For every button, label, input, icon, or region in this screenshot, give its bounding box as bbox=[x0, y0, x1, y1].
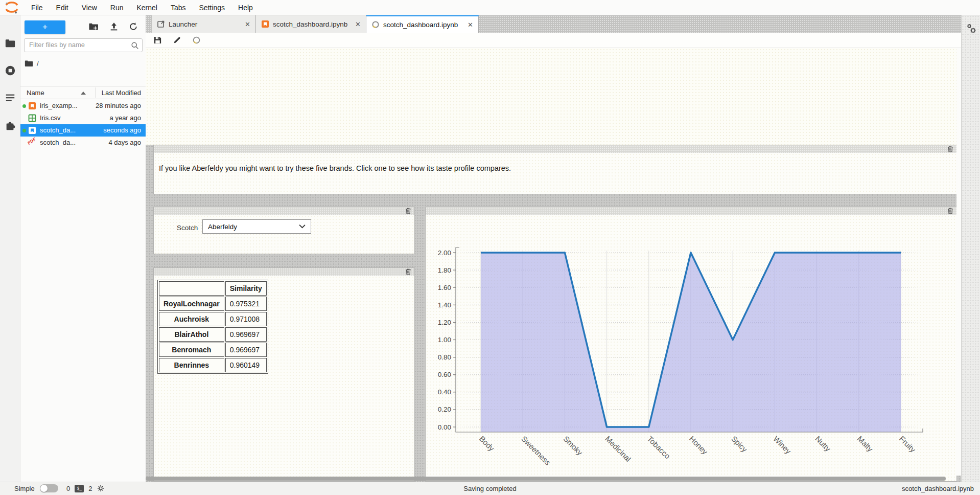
main-dock-panel: Launcher ✕ scotch_dashboard.ipynb ✕ scot… bbox=[146, 15, 961, 482]
filter-files-input[interactable] bbox=[25, 39, 127, 51]
cell-drag-header[interactable] bbox=[154, 145, 956, 153]
file-name: scotch_da... bbox=[40, 139, 76, 146]
table-cell-body: SimilarityRoyalLochnagar0.975321Auchrois… bbox=[154, 276, 414, 481]
similarity-table-cell: SimilarityRoyalLochnagar0.975321Auchrois… bbox=[153, 267, 415, 482]
delete-cell-button[interactable] bbox=[946, 145, 954, 153]
right-activity-bar bbox=[961, 15, 980, 482]
cell-drag-header[interactable] bbox=[426, 207, 956, 215]
menu-tabs[interactable]: Tabs bbox=[164, 0, 193, 15]
dropdown-cell: Scotch Aberfeldy bbox=[153, 207, 415, 254]
delete-cell-button[interactable] bbox=[404, 207, 412, 215]
tab-launcher[interactable]: Launcher ✕ bbox=[152, 15, 256, 33]
refresh-button[interactable] bbox=[128, 22, 139, 32]
breadcrumb-root: / bbox=[37, 60, 39, 68]
svg-text:0.20: 0.20 bbox=[438, 406, 451, 413]
delete-cell-button[interactable] bbox=[404, 268, 412, 276]
filter-files-box bbox=[24, 38, 143, 52]
brand-name-cell[interactable]: RoyalLochnagar bbox=[159, 297, 224, 311]
column-divider bbox=[96, 87, 96, 98]
brand-name-cell[interactable]: Auchroisk bbox=[159, 312, 224, 326]
menu-bar: File Edit View Run Kernel Tabs Settings … bbox=[0, 0, 980, 15]
svg-text:1.80: 1.80 bbox=[438, 266, 451, 274]
cell-drag-header[interactable] bbox=[154, 268, 414, 276]
delete-cell-button[interactable] bbox=[946, 207, 954, 215]
brand-name-cell[interactable]: Benrinnes bbox=[159, 358, 224, 372]
table-row[interactable]: Benromach0.969697 bbox=[159, 343, 267, 357]
area-fill bbox=[481, 253, 901, 432]
tab-notebook-2-active[interactable]: scotch_dashboard.ipynb ✕ bbox=[366, 15, 479, 33]
tab-label: scotch_dashboard.ipynb bbox=[273, 20, 349, 28]
column-modified-header[interactable]: Last Modified bbox=[102, 89, 141, 97]
menu-settings[interactable]: Settings bbox=[193, 0, 232, 15]
horizontal-scrollbar[interactable] bbox=[146, 477, 958, 481]
notebook-toolbar bbox=[146, 33, 961, 48]
save-button[interactable] bbox=[153, 36, 162, 45]
breadcrumb[interactable]: / bbox=[25, 57, 39, 70]
tab-notebook-1[interactable]: scotch_dashboard.ipynb ✕ bbox=[256, 15, 366, 33]
trash-icon bbox=[405, 207, 412, 214]
svg-text:0.80: 0.80 bbox=[438, 353, 451, 361]
similarity-value-cell: 0.969697 bbox=[225, 343, 267, 357]
svg-text:Fruity: Fruity bbox=[898, 434, 918, 454]
menu-kernel[interactable]: Kernel bbox=[130, 0, 164, 15]
svg-text:2.00: 2.00 bbox=[438, 249, 451, 257]
table-row[interactable]: RoyalLochnagar0.975321 bbox=[159, 297, 267, 311]
svg-text:1.00: 1.00 bbox=[438, 336, 451, 344]
jupyterlab-window: File Edit View Run Kernel Tabs Settings … bbox=[0, 0, 980, 495]
svg-text:1.40: 1.40 bbox=[438, 301, 451, 309]
table-row[interactable]: BlairAthol0.969697 bbox=[159, 327, 267, 342]
file-row[interactable]: Iris.csv a year ago bbox=[20, 112, 146, 124]
refresh-icon bbox=[129, 22, 138, 31]
new-folder-button[interactable] bbox=[88, 22, 99, 32]
pdf-file-icon: PDF bbox=[27, 137, 37, 146]
menu-help[interactable]: Help bbox=[231, 0, 260, 15]
scrollbar-thumb[interactable] bbox=[146, 477, 946, 481]
menu-run[interactable]: Run bbox=[104, 0, 130, 15]
file-row[interactable]: PDF scotch_da... 4 days ago bbox=[20, 137, 146, 149]
brand-name-cell[interactable]: BlairAthol bbox=[159, 327, 224, 342]
kernel-status-button[interactable] bbox=[192, 36, 201, 45]
brand-name-cell[interactable]: Benromach bbox=[159, 343, 224, 357]
edit-button[interactable] bbox=[172, 36, 181, 45]
cell-drag-header[interactable] bbox=[154, 207, 414, 215]
y-axis-ticks: 0.000.200.400.600.801.001.201.401.601.80… bbox=[438, 249, 456, 431]
notebook-file-icon bbox=[28, 102, 36, 110]
file-row-selected[interactable]: scotch_da... seconds ago bbox=[20, 124, 146, 137]
vertical-scrollbar-track[interactable] bbox=[956, 48, 961, 476]
file-name: scotch_da... bbox=[40, 126, 76, 134]
file-browser-icon[interactable] bbox=[5, 38, 16, 49]
running-sessions-icon[interactable] bbox=[5, 65, 16, 76]
markdown-cell: If you like Aberfeldy you might want to … bbox=[153, 145, 957, 194]
similarity-value-cell: 0.975321 bbox=[225, 297, 267, 311]
menu-view[interactable]: View bbox=[75, 0, 104, 15]
svg-text:0.00: 0.00 bbox=[438, 423, 451, 431]
file-modified: 4 days ago bbox=[108, 139, 141, 146]
svg-text:1.20: 1.20 bbox=[438, 319, 451, 326]
x-axis-labels: BodySweetnessSmokyMedicinalTobaccoHoneyS… bbox=[478, 434, 918, 467]
jupyter-logo-icon bbox=[4, 2, 19, 14]
column-name-header[interactable]: Name bbox=[27, 89, 44, 97]
svg-text:Tobacco: Tobacco bbox=[646, 434, 672, 461]
new-launcher-button[interactable]: + bbox=[25, 20, 65, 34]
table-header-row: Similarity bbox=[159, 281, 267, 296]
current-file-label: scotch_dashboard.ipynb bbox=[902, 485, 974, 492]
table-row[interactable]: Benrinnes0.960149 bbox=[159, 358, 267, 372]
extension-manager-icon[interactable] bbox=[5, 120, 16, 131]
menu-edit[interactable]: Edit bbox=[50, 0, 75, 15]
tab-close-icon[interactable]: ✕ bbox=[245, 21, 250, 28]
tab-close-icon[interactable]: ✕ bbox=[468, 21, 473, 28]
file-modified: 28 minutes ago bbox=[96, 102, 141, 109]
property-inspector-gears-icon[interactable] bbox=[965, 22, 977, 35]
file-row[interactable]: iris_examp... 28 minutes ago bbox=[20, 100, 146, 112]
tab-close-icon[interactable]: ✕ bbox=[355, 21, 361, 28]
file-list-header: Name Last Modified bbox=[20, 86, 146, 99]
upload-button[interactable] bbox=[108, 22, 120, 32]
similarity-value-cell: 0.969697 bbox=[225, 327, 267, 342]
table-of-contents-icon[interactable] bbox=[5, 92, 16, 103]
similarity-header-cell: Similarity bbox=[225, 281, 267, 296]
table-row[interactable]: Auchroisk0.971008 bbox=[159, 312, 267, 326]
chart-cell-body: 0.000.200.400.600.801.001.201.401.601.80… bbox=[426, 215, 956, 481]
svg-text:Nutty: Nutty bbox=[813, 434, 832, 453]
menu-file[interactable]: File bbox=[25, 0, 50, 15]
scotch-dropdown[interactable]: Aberfeldy bbox=[202, 219, 311, 234]
